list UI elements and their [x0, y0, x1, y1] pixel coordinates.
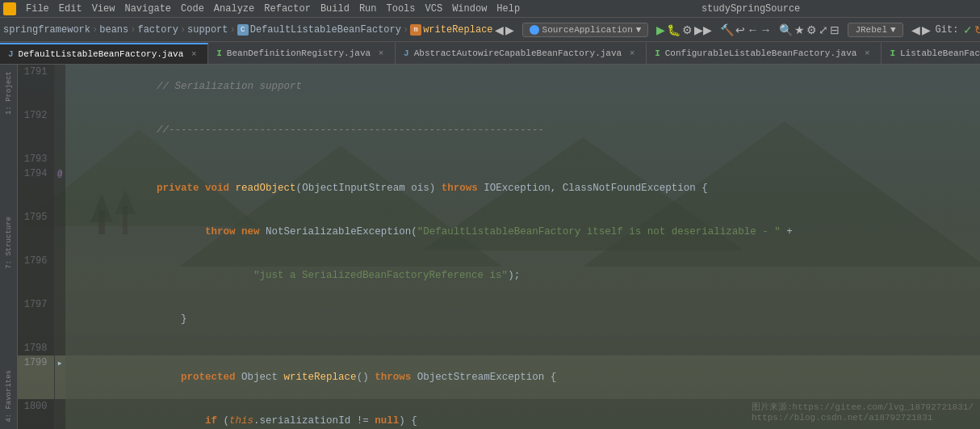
tab-interface-icon-3: I — [655, 48, 660, 58]
code-content[interactable] — [65, 341, 980, 355]
breadcrumb-item-4[interactable]: DefaultListableBeanFactory — [250, 24, 401, 36]
menu-vcs[interactable]: VCS — [421, 0, 448, 17]
tab-abstract-autowire[interactable]: J AbstractAutowireCapableBeanFactory.jav… — [396, 43, 647, 64]
nav-back-btn[interactable]: ◀ — [495, 20, 504, 40]
sidebar-favorites-label[interactable]: 4: Favorites — [5, 367, 13, 426]
table-row: 1791 // Serialization support — [18, 65, 980, 108]
gutter-cell — [54, 399, 65, 429]
git-check-btn[interactable]: ✓ — [963, 20, 973, 40]
gutter-cell — [54, 254, 65, 297]
table-row: 1796 "just a SerializedBeanFactoryRefere… — [18, 254, 980, 297]
toolbar: springframework › beans › factory › supp… — [0, 18, 980, 42]
table-row: 1795 throw new NotSerializableException(… — [18, 210, 980, 254]
debug-btn[interactable]: 🐛 — [667, 20, 681, 40]
annotation-marker: @ — [55, 166, 66, 181]
git-update-btn[interactable]: ↻ — [974, 20, 980, 40]
tabs-bar: J DefaultListableBeanFactory.java × I Be… — [0, 42, 980, 65]
menu-file[interactable]: File — [21, 0, 54, 17]
breadcrumb-item-1[interactable]: beans — [99, 24, 128, 36]
tab-default-listable[interactable]: J DefaultListableBeanFactory.java × — [0, 43, 208, 64]
source-app-dropdown[interactable]: SourceApplication ▼ — [522, 23, 649, 37]
menu-code[interactable]: Code — [176, 0, 209, 17]
git-label: Git: — [936, 24, 959, 36]
gutter-cell — [54, 297, 65, 341]
menu-build[interactable]: Build — [316, 0, 354, 17]
search-btn[interactable]: 🔍 — [779, 20, 793, 40]
tab-interface-icon-1: I — [216, 48, 222, 58]
tab-label-1: BeanDefinitionRegistry.java — [227, 48, 371, 58]
menu-window[interactable]: Window — [447, 0, 492, 17]
tab-close-1[interactable]: × — [375, 48, 387, 59]
code-content[interactable]: //--------------------------------------… — [65, 108, 980, 152]
sidebar-structure-label[interactable]: 7: Structure — [5, 213, 13, 272]
menu-view[interactable]: View — [87, 0, 120, 17]
tab-close-0[interactable]: × — [188, 48, 199, 60]
menu-analyze[interactable]: Analyze — [209, 0, 259, 17]
code-content[interactable]: protected Object writeReplace() throws O… — [65, 355, 980, 399]
source-app-arrow: ▼ — [636, 25, 642, 35]
split-btn[interactable]: ⊟ — [830, 20, 840, 40]
line-number: 1795 — [18, 210, 54, 254]
code-area[interactable]: 1791 // Serialization support 1792 //---… — [18, 65, 980, 429]
menu-help[interactable]: Help — [492, 0, 525, 17]
tab-label-3: ConfigurableListableBeanFactory.java — [665, 48, 857, 58]
table-row: 1793 — [18, 152, 980, 166]
class-icon: C — [237, 24, 249, 36]
jrebel-label: JRebel — [855, 25, 887, 35]
tab-label-0: DefaultListableBeanFactory.java — [19, 49, 184, 59]
sidebar-project-label[interactable]: 1: Project — [5, 68, 13, 118]
method-icon: m — [410, 24, 421, 36]
menu-edit[interactable]: Edit — [54, 0, 87, 17]
gutter-cell: ▶ — [54, 355, 65, 399]
breadcrumb-item-3[interactable]: support — [187, 24, 228, 36]
code-content[interactable]: throw new NotSerializableException("Defa… — [65, 210, 980, 254]
tab-close-2[interactable]: × — [626, 48, 638, 59]
line-number: 1800 — [18, 399, 54, 429]
code-content[interactable]: private void readObject(ObjectInputStrea… — [65, 166, 980, 210]
tab-configurable-listable[interactable]: I ConfigurableListableBeanFactory.java × — [647, 43, 882, 64]
line-number: 1791 — [18, 65, 54, 108]
nav-prev-btn[interactable]: ← — [747, 20, 758, 40]
tab-listable[interactable]: I ListableBeanFactory.java × — [882, 43, 980, 64]
breadcrumb-item-5[interactable]: writeReplace — [423, 24, 492, 36]
code-content[interactable]: if (this.serializationId != null) { — [65, 399, 980, 429]
run-config-btn[interactable]: ⚙ — [682, 20, 693, 40]
tab-java-icon-2: J — [404, 48, 409, 58]
breadcrumb-item-0[interactable]: springframework — [3, 24, 90, 36]
expand-btn[interactable]: ⤢ — [819, 20, 828, 40]
jrebel-arrow: ▼ — [890, 25, 896, 35]
code-content[interactable]: } — [65, 297, 980, 341]
code-scroll[interactable]: 1791 // Serialization support 1792 //---… — [18, 65, 980, 429]
run-btn[interactable]: ▶ — [656, 20, 665, 40]
table-row: 1797 } — [18, 297, 980, 341]
line-number: 1796 — [18, 254, 54, 297]
tab-close-3[interactable]: × — [861, 48, 873, 59]
tab-interface-icon-4: I — [890, 48, 895, 58]
menu-tools[interactable]: Tools — [382, 0, 421, 17]
source-app-icon — [530, 25, 539, 35]
line-number: 1797 — [18, 297, 54, 341]
menu-bar: File Edit View Navigate Code Analyze Ref… — [0, 0, 980, 18]
next-change-btn[interactable]: ▶ — [922, 20, 931, 40]
jrebel-dropdown[interactable]: JRebel ▼ — [848, 23, 903, 37]
bookmark-btn[interactable]: ★ — [794, 20, 805, 40]
code-content[interactable]: "just a SerializedBeanFactoryReference i… — [65, 254, 980, 297]
tab-java-icon-0: J — [8, 49, 14, 59]
code-content[interactable] — [65, 152, 980, 166]
breadcrumb-item-2[interactable]: factory — [137, 24, 178, 36]
left-sidebar: 1: Project 7: Structure 4: Favorites — [0, 65, 18, 429]
nav-step-btn[interactable]: ↩ — [735, 20, 745, 40]
nav-next-btn[interactable]: → — [760, 20, 771, 40]
menu-run[interactable]: Run — [354, 0, 382, 17]
settings-btn[interactable]: ⚙ — [806, 20, 817, 40]
more-run-btn[interactable]: ▶▶ — [694, 20, 712, 40]
menu-refactor[interactable]: Refactor — [259, 0, 316, 17]
menu-navigate[interactable]: Navigate — [119, 0, 176, 17]
line-number: 1792 — [18, 108, 54, 152]
prev-change-btn[interactable]: ◀ — [911, 20, 920, 40]
tab-bean-def-registry[interactable]: I BeanDefinitionRegistry.java × — [208, 43, 396, 64]
table-row: 1794 @ private void readObject(ObjectInp… — [18, 166, 980, 210]
build-btn[interactable]: 🔨 — [720, 20, 734, 40]
code-content[interactable]: // Serialization support — [65, 65, 980, 108]
nav-forward-btn[interactable]: ▶ — [505, 20, 514, 40]
